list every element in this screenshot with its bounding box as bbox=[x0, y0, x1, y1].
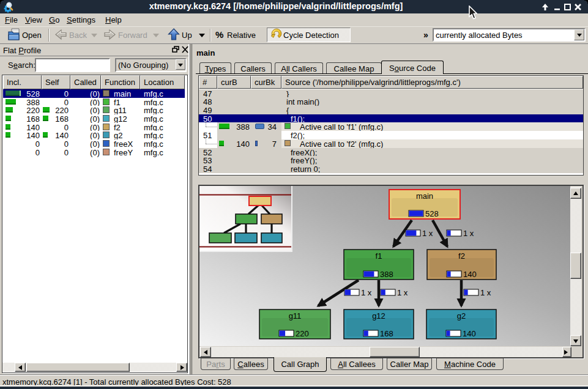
svg-text:g2: g2 bbox=[457, 311, 466, 320]
svg-text:1 x: 1 x bbox=[422, 229, 433, 238]
svg-text:140: 140 bbox=[463, 270, 477, 279]
svg-text:f1: f1 bbox=[376, 251, 382, 261]
svg-text:168: 168 bbox=[380, 329, 393, 338]
svg-text:f2: f2 bbox=[458, 251, 465, 261]
svg-text:main: main bbox=[416, 191, 433, 201]
svg-text:1 x: 1 x bbox=[480, 288, 491, 297]
svg-text:1 x: 1 x bbox=[463, 229, 474, 238]
svg-text:1 x: 1 x bbox=[397, 288, 408, 297]
svg-text:g12: g12 bbox=[372, 311, 385, 320]
svg-text:528: 528 bbox=[425, 209, 439, 218]
svg-text:g11: g11 bbox=[289, 311, 302, 320]
svg-text:140: 140 bbox=[463, 329, 476, 338]
svg-text:220: 220 bbox=[296, 329, 309, 338]
svg-text:388: 388 bbox=[380, 270, 393, 279]
svg-text:1 x: 1 x bbox=[361, 288, 372, 297]
